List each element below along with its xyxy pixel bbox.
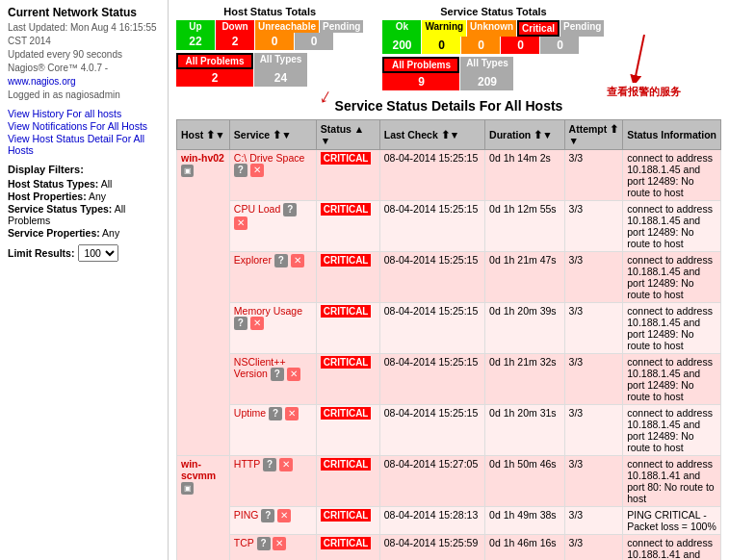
service-link[interactable]: TCP — [234, 537, 254, 548]
history-hosts-link[interactable]: View History For all hosts — [8, 108, 160, 119]
question-icon[interactable]: ? — [257, 537, 271, 550]
nagios-version: Nagios® Core™ 4.0.7 - www.nagios.org — [8, 62, 160, 89]
host-icon[interactable]: ▣ — [181, 482, 194, 495]
host-icon[interactable]: ▣ — [181, 165, 194, 177]
svc-critical-value[interactable]: 0 — [501, 37, 539, 54]
x-icon[interactable]: ✕ — [277, 509, 291, 522]
info-cell: connect to address 10.188.1.45 and port … — [623, 201, 721, 252]
x-icon[interactable]: ✕ — [287, 368, 300, 381]
host-status-detail-link[interactable]: View Host Status Detail For All Hosts — [8, 133, 160, 156]
sort-lastcheck-icon[interactable]: ⬆▼ — [441, 129, 459, 140]
sort-status-icon[interactable]: ▲▼ — [321, 123, 364, 146]
last-check-cell: 08-04-2014 15:28:13 — [379, 507, 484, 535]
sort-service-icon[interactable]: ⬆▼ — [273, 129, 291, 140]
host-link[interactable]: win-scvmm — [181, 458, 216, 481]
table-row: PING ? ✕CRITICAL08-04-2014 15:28:130d 1h… — [177, 507, 721, 535]
host-cell: win-scvmm ▣ — [177, 456, 230, 561]
limit-results-row: Limit Results: 100 50 25 — [8, 244, 160, 262]
service-link[interactable]: PING — [234, 509, 259, 521]
host-allprob-label[interactable]: All Problems — [176, 53, 253, 69]
display-filters: Display Filters: Host Status Types: All … — [8, 164, 160, 239]
svc-alltypes-value[interactable]: 209 — [460, 73, 513, 90]
sidebar-title: Current Network Status — [8, 6, 160, 19]
sort-attempt-icon[interactable]: ⬆▼ — [569, 123, 619, 146]
question-icon[interactable]: ? — [283, 203, 297, 216]
svc-warning-value[interactable]: 0 — [422, 37, 460, 54]
svc-alltypes-label[interactable]: All Types — [460, 57, 513, 73]
col-duration-header: Duration ⬆▼ — [485, 120, 564, 150]
question-icon[interactable]: ? — [263, 458, 276, 471]
service-link[interactable]: Memory Usage — [234, 305, 302, 317]
host-pending-header: Pending — [320, 20, 363, 33]
annotation-text: 查看报警的服务 — [607, 85, 681, 99]
attempt-cell: 3/3 — [564, 405, 623, 456]
svc-unknown-header: Unknown — [467, 20, 516, 37]
question-icon[interactable]: ? — [269, 407, 282, 420]
notifications-link[interactable]: View Notifications For All Hosts — [8, 120, 160, 132]
x-icon[interactable]: ✕ — [285, 407, 299, 420]
status-badge: CRITICAL — [321, 203, 372, 216]
attempt-cell: 3/3 — [564, 535, 623, 561]
host-alltypes-label[interactable]: All Types — [254, 53, 307, 69]
table-row: Explorer ? ✕CRITICAL08-04-2014 15:25:150… — [177, 252, 721, 303]
x-icon[interactable]: ✕ — [234, 216, 247, 230]
host-link[interactable]: win-hv02 — [181, 152, 224, 164]
svc-allprob-label[interactable]: All Problems — [382, 57, 459, 73]
host-down-value[interactable]: 2 — [216, 33, 254, 50]
host-allprob-value[interactable]: 2 — [176, 69, 253, 87]
info-cell: connect to address 10.188.1.45 and port … — [623, 150, 721, 201]
info-cell: PING CRITICAL - Packet loss = 100% — [623, 507, 721, 535]
last-updated: Last Updated: Mon Aug 4 16:15:55 CST 201… — [8, 21, 160, 48]
status-badge: CRITICAL — [321, 509, 372, 522]
col-lastcheck-header: Last Check ⬆▼ — [379, 120, 484, 150]
question-icon[interactable]: ? — [271, 368, 284, 381]
svc-warning-header: Warning — [422, 20, 466, 37]
service-link[interactable]: CPU Load — [234, 203, 280, 215]
x-icon[interactable]: ✕ — [250, 164, 264, 177]
sort-duration-icon[interactable]: ⬆▼ — [534, 129, 552, 140]
svc-allprob-value[interactable]: 9 — [382, 73, 459, 90]
service-link[interactable]: Uptime — [234, 407, 266, 419]
question-icon[interactable]: ? — [234, 317, 247, 330]
attempt-cell: 3/3 — [564, 456, 623, 507]
x-icon[interactable]: ✕ — [291, 254, 304, 267]
question-icon[interactable]: ? — [234, 164, 247, 177]
attempt-cell: 3/3 — [564, 150, 623, 201]
host-up-value[interactable]: 22 — [176, 33, 215, 50]
host-pending-value[interactable]: 0 — [295, 33, 333, 50]
service-link[interactable]: C:\ Drive Space — [234, 152, 305, 164]
status-badge: CRITICAL — [321, 356, 372, 369]
status-badge: CRITICAL — [321, 407, 372, 420]
duration-cell: 0d 1h 49m 38s — [485, 507, 564, 535]
info-cell: connect to address 10.188.1.41 and port … — [623, 535, 721, 561]
x-icon[interactable]: ✕ — [279, 458, 293, 471]
nagios-url-link[interactable]: www.nagios.org — [8, 76, 76, 87]
sidebar-meta: Last Updated: Mon Aug 4 16:15:55 CST 201… — [8, 21, 160, 102]
question-icon[interactable]: ? — [274, 254, 288, 267]
x-icon[interactable]: ✕ — [273, 537, 286, 550]
svc-unknown-value[interactable]: 0 — [461, 37, 500, 54]
service-cell: PING ? ✕ — [229, 507, 316, 535]
svc-pending-value[interactable]: 0 — [540, 37, 579, 54]
question-icon[interactable]: ? — [261, 509, 274, 522]
service-totals-title: Service Status Totals — [382, 6, 604, 17]
logged-in: Logged in as nagiosadmin — [8, 89, 160, 102]
service-cell: TCP ? ✕ — [229, 535, 316, 561]
last-check-cell: 08-04-2014 15:25:15 — [379, 201, 484, 252]
status-cell: CRITICAL — [316, 303, 379, 354]
svc-critical-header: Critical — [517, 20, 560, 37]
host-alltypes-value[interactable]: 24 — [254, 69, 307, 87]
limit-select[interactable]: 100 50 25 — [78, 244, 118, 262]
service-cell: Memory Usage ? ✕ — [229, 303, 316, 354]
x-icon[interactable]: ✕ — [250, 317, 264, 330]
service-link[interactable]: HTTP — [234, 458, 260, 470]
table-row: TCP ? ✕CRITICAL08-04-2014 15:25:590d 1h … — [177, 535, 721, 561]
sort-host-icon[interactable]: ⬆▼ — [206, 129, 224, 140]
attempt-cell: 3/3 — [564, 252, 623, 303]
svc-ok-value[interactable]: 200 — [382, 37, 421, 54]
service-link[interactable]: Explorer — [234, 254, 272, 266]
info-cell: connect to address 10.188.1.45 and port … — [623, 252, 721, 303]
svc-pending-header: Pending — [560, 20, 604, 37]
host-unreachable-value[interactable]: 0 — [255, 33, 294, 50]
duration-cell: 0d 1h 21m 47s — [485, 252, 564, 303]
